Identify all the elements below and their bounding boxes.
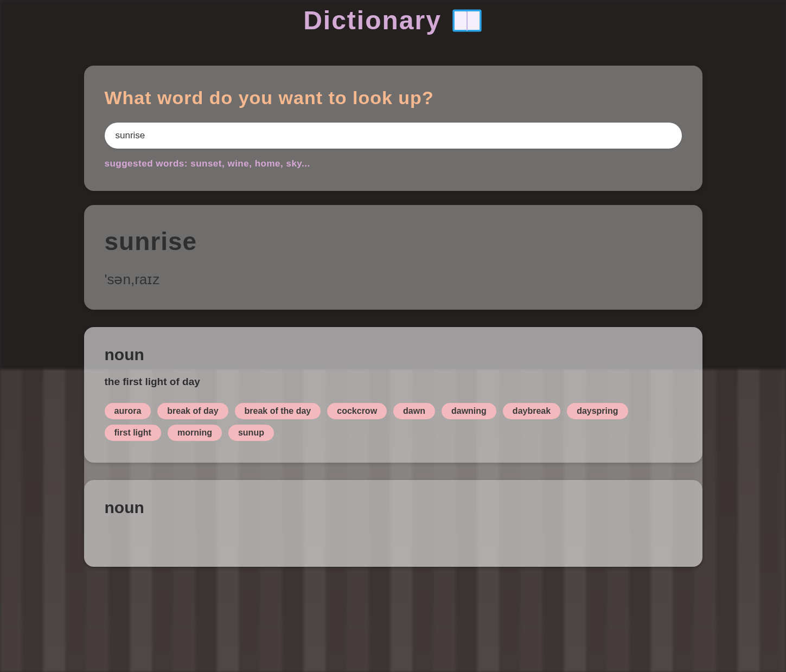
synonym-chip[interactable]: dawning: [442, 403, 496, 419]
synonym-chip[interactable]: dawn: [393, 403, 435, 419]
synonym-chip[interactable]: break of day: [157, 403, 228, 419]
result-word: sunrise: [105, 227, 682, 256]
search-card: What word do you want to look up? sugges…: [84, 66, 702, 191]
book-icon: [451, 8, 483, 34]
synonym-chip[interactable]: sunup: [228, 425, 274, 441]
synonym-chip[interactable]: morning: [168, 425, 222, 441]
synonym-chip[interactable]: dayspring: [567, 403, 628, 419]
title-text: Dictionary: [303, 5, 442, 35]
synonym-list: aurora break of day break of the day coc…: [105, 403, 682, 441]
definitions-card: noun the first light of day aurora break…: [84, 327, 702, 567]
svg-rect-1: [467, 11, 468, 31]
search-prompt: What word do you want to look up?: [105, 87, 682, 108]
part-of-speech: noun: [105, 345, 682, 364]
definition-block: noun: [84, 480, 702, 567]
suggested-words: suggested words: sunset, wine, home, sky…: [105, 158, 682, 169]
result-phonetic: 'sən,raɪz: [105, 271, 682, 288]
synonym-chip[interactable]: cockcrow: [327, 403, 387, 419]
synonym-chip[interactable]: daybreak: [503, 403, 560, 419]
synonym-chip[interactable]: first light: [105, 425, 161, 441]
search-input[interactable]: [105, 123, 682, 149]
page-title: Dictionary: [84, 0, 702, 52]
synonym-chip[interactable]: aurora: [105, 403, 151, 419]
part-of-speech: noun: [105, 498, 682, 517]
definition-text: the first light of day: [105, 376, 682, 388]
synonym-chip[interactable]: break of the day: [235, 403, 321, 419]
definition-block: noun the first light of day aurora break…: [84, 327, 702, 463]
word-card: sunrise 'sən,raɪz: [84, 205, 702, 310]
